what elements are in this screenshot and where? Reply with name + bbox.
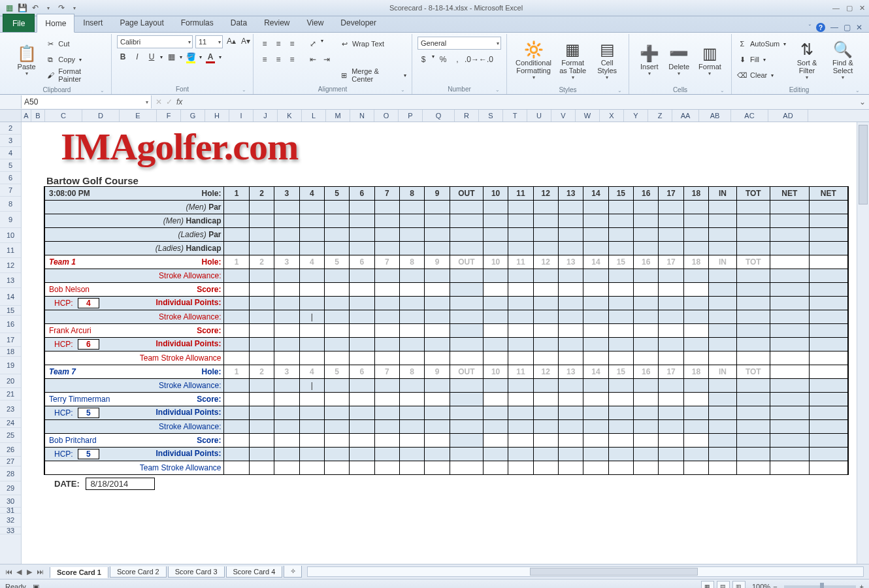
name-box[interactable]: A50 ▾: [21, 95, 152, 108]
col-Z[interactable]: Z: [648, 110, 672, 122]
row-4[interactable]: 4: [0, 147, 21, 159]
clear-button[interactable]: ⌫Clear▾: [737, 68, 789, 82]
col-P[interactable]: P: [399, 110, 423, 122]
font-color-button[interactable]: A: [205, 51, 216, 63]
increase-decimal-icon[interactable]: .0→: [466, 54, 478, 65]
sheet-tab-1[interactable]: Score Card 1: [50, 567, 108, 578]
col-Q[interactable]: Q: [423, 110, 455, 122]
align-middle-icon[interactable]: ≡: [272, 38, 284, 50]
zoom-in-icon[interactable]: +: [860, 583, 864, 588]
decrease-decimal-icon[interactable]: ←.0: [480, 54, 492, 65]
shrink-font-icon[interactable]: A▾: [240, 35, 252, 47]
tab-developer[interactable]: Developer: [332, 13, 385, 32]
row-17[interactable]: 17: [0, 333, 21, 347]
undo-icon[interactable]: ↶: [30, 3, 41, 13]
tab-nav-first-icon[interactable]: ⏮: [4, 568, 13, 576]
sort-filter-button[interactable]: ⇅Sort & Filter▾: [789, 35, 825, 85]
row-2[interactable]: 2: [0, 122, 21, 135]
underline-button[interactable]: U: [146, 51, 157, 63]
row-25[interactable]: 25: [0, 428, 21, 443]
col-V[interactable]: V: [551, 110, 576, 122]
align-top-icon[interactable]: ≡: [259, 38, 271, 50]
col-A[interactable]: A: [22, 110, 31, 122]
font-name-select[interactable]: Calibri▾: [117, 35, 193, 48]
tab-nav-prev-icon[interactable]: ◀: [14, 568, 24, 576]
tab-formulas[interactable]: Formulas: [172, 13, 222, 32]
tab-file[interactable]: File: [3, 14, 35, 32]
page-break-view-icon[interactable]: ▥: [732, 581, 746, 588]
row-10[interactable]: 10: [0, 228, 21, 243]
row-3[interactable]: 3: [0, 135, 21, 147]
row-23[interactable]: 23: [0, 400, 21, 418]
paste-button[interactable]: 📋 Paste ▾: [8, 35, 45, 85]
scroll-thumb[interactable]: [859, 125, 868, 204]
align-left-icon[interactable]: ≡: [259, 54, 271, 65]
col-L[interactable]: L: [302, 110, 326, 122]
italic-button[interactable]: I: [131, 51, 143, 63]
select-all-corner[interactable]: [0, 110, 22, 122]
autosum-button[interactable]: ΣAutoSum▾: [737, 37, 789, 51]
row-33[interactable]: 33: [0, 527, 21, 534]
col-E[interactable]: E: [120, 110, 157, 122]
expand-formula-bar-icon[interactable]: ⌄: [856, 97, 869, 106]
col-J[interactable]: J: [254, 110, 278, 122]
col-AC[interactable]: AC: [731, 110, 768, 122]
workbook-close-icon[interactable]: ✕: [856, 23, 862, 32]
row-15[interactable]: 15: [0, 306, 21, 316]
tab-home[interactable]: Home: [37, 14, 74, 33]
cut-button[interactable]: ✂Cut: [45, 37, 106, 51]
row-8[interactable]: 8: [0, 197, 21, 212]
borders-button[interactable]: ▦: [165, 51, 177, 63]
col-AA[interactable]: AA: [672, 110, 699, 122]
col-N[interactable]: N: [350, 110, 374, 122]
accounting-format-icon[interactable]: $: [418, 54, 429, 65]
grow-font-icon[interactable]: A▴: [225, 35, 237, 47]
restore-icon[interactable]: ▢: [846, 4, 853, 12]
format-as-table-button[interactable]: ▦Format as Table▾: [555, 35, 591, 85]
number-format-select[interactable]: General▾: [418, 37, 501, 50]
fx-icon[interactable]: fx: [176, 97, 182, 106]
hscroll-thumb[interactable]: [530, 568, 698, 576]
copy-button[interactable]: ⧉Copy▾: [45, 52, 106, 67]
col-I[interactable]: I: [229, 110, 254, 122]
vertical-scrollbar[interactable]: [857, 122, 869, 564]
sheet-grid[interactable]: IMAgolfer.com Bartow Golf Course 3:08:00…: [22, 122, 857, 564]
tab-nav-next-icon[interactable]: ▶: [25, 568, 34, 576]
col-T[interactable]: T: [503, 110, 527, 122]
sheet-tab-3[interactable]: Score Card 3: [168, 566, 225, 578]
row-20[interactable]: 20: [0, 374, 21, 388]
sheet-tab-4[interactable]: Score Card 4: [226, 566, 283, 578]
col-W[interactable]: W: [576, 110, 600, 122]
workbook-minimize-icon[interactable]: —: [830, 23, 838, 32]
col-D[interactable]: D: [82, 110, 120, 122]
increase-indent-icon[interactable]: ⇥: [321, 54, 333, 65]
col-H[interactable]: H: [205, 110, 229, 122]
row-14[interactable]: 14: [0, 288, 21, 306]
macro-record-icon[interactable]: ▣: [33, 583, 39, 589]
align-right-icon[interactable]: ≡: [286, 54, 298, 65]
wrap-text-button[interactable]: ↩Wrap Text: [339, 37, 406, 51]
bold-button[interactable]: B: [117, 51, 129, 63]
zoom-slider[interactable]: [784, 585, 856, 588]
row-28[interactable]: 28: [0, 466, 21, 482]
row-6[interactable]: 6: [0, 172, 21, 184]
row-18[interactable]: 18: [0, 347, 21, 357]
tab-nav-last-icon[interactable]: ⏭: [35, 568, 44, 576]
row-12[interactable]: 12: [0, 258, 21, 273]
fill-button[interactable]: ⬇Fill▾: [737, 52, 789, 67]
row-27[interactable]: 27: [0, 457, 21, 466]
col-F[interactable]: F: [157, 110, 181, 122]
col-C[interactable]: C: [45, 110, 82, 122]
col-S[interactable]: S: [479, 110, 503, 122]
row-21[interactable]: 21: [0, 388, 21, 400]
align-center-icon[interactable]: ≡: [272, 54, 284, 65]
save-icon[interactable]: 💾: [17, 3, 27, 13]
tab-insert[interactable]: Insert: [74, 13, 111, 32]
col-Y[interactable]: Y: [624, 110, 648, 122]
insert-cells-button[interactable]: ➕Insert▾: [634, 35, 664, 85]
tab-data[interactable]: Data: [222, 13, 255, 32]
col-R[interactable]: R: [455, 110, 479, 122]
col-M[interactable]: M: [326, 110, 350, 122]
col-O[interactable]: O: [374, 110, 399, 122]
orientation-icon[interactable]: ⤢: [307, 38, 319, 50]
